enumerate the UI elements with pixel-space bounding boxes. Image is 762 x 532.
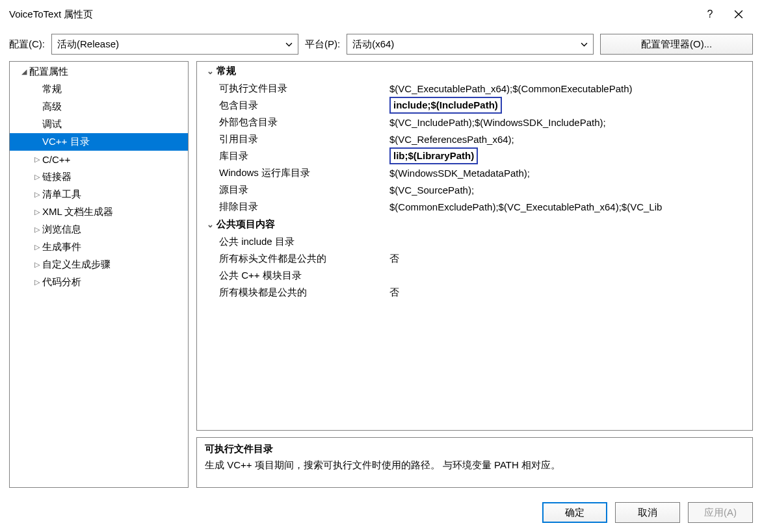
tree-item-label: 自定义生成步骤 [42, 259, 111, 271]
tree-root[interactable]: ◢ 配置属性 [10, 63, 188, 81]
section-header-general[interactable]: ⌄ 常规 [197, 62, 752, 80]
config-manager-button[interactable]: 配置管理器(O)... [600, 34, 753, 55]
arrow-icon: ▷ [32, 190, 42, 199]
property-name: 公共 include 目录 [197, 236, 389, 248]
chevron-down-icon: ⌄ [204, 66, 217, 76]
property-name: 可执行文件目录 [197, 82, 389, 95]
description-text: 生成 VC++ 项目期间，搜索可执行文件时使用的路径。 与环境变量 PATH 相… [205, 459, 744, 472]
property-name: 排除目录 [197, 201, 389, 213]
arrow-icon: ▷ [32, 155, 42, 164]
top-toolbar: 配置(C): 活动(Release) 平台(P): 活动(x64) 配置管理器(… [0, 29, 762, 61]
chevron-down-icon [581, 39, 588, 50]
tree-item-label: 浏览信息 [42, 223, 81, 236]
config-combo[interactable]: 活动(Release) [51, 34, 298, 55]
property-row[interactable]: 引用目录$(VC_ReferencesPath_x64); [197, 131, 752, 147]
property-name: 外部包含目录 [197, 116, 389, 129]
property-value[interactable]: 否 [389, 253, 752, 265]
tree-item[interactable]: ▷C/C++ [10, 151, 188, 168]
tree-item[interactable]: ▷自定义生成步骤 [10, 256, 188, 273]
property-value[interactable]: $(VC_ExecutablePath_x64);$(CommonExecuta… [389, 83, 752, 94]
tree-view[interactable]: ◢ 配置属性 常规高级调试VC++ 目录▷C/C++▷链接器▷清单工具▷XML … [9, 61, 189, 488]
arrow-icon: ▷ [32, 208, 42, 216]
tree-item-label: 链接器 [42, 171, 72, 183]
property-row[interactable]: 所有标头文件都是公共的否 [197, 250, 752, 267]
arrow-expanded-icon: ◢ [19, 68, 29, 76]
platform-value: 活动(x64) [352, 38, 394, 51]
tree-item[interactable]: 调试 [10, 116, 188, 133]
property-row[interactable]: 所有模块都是公共的否 [197, 284, 752, 301]
property-value[interactable]: $(VC_IncludePath);$(WindowsSDK_IncludePa… [389, 117, 752, 128]
property-value[interactable]: $(WindowsSDK_MetadataPath); [389, 168, 752, 179]
tree-item[interactable]: ▷生成事件 [10, 238, 188, 256]
tree-item-label: C/C++ [42, 154, 70, 165]
tree-item[interactable]: 常规 [10, 81, 188, 98]
highlighted-value: include;$(IncludePath) [389, 97, 502, 114]
tree-item[interactable]: ▷浏览信息 [10, 221, 188, 238]
property-name: 所有标头文件都是公共的 [197, 253, 389, 265]
property-row[interactable]: 公共 C++ 模块目录 [197, 267, 752, 284]
section-title: 常规 [217, 65, 236, 77]
tree-item[interactable]: VC++ 目录 [10, 133, 188, 151]
property-value[interactable]: $(VC_ReferencesPath_x64); [389, 134, 752, 145]
platform-combo[interactable]: 活动(x64) [347, 34, 594, 55]
tree-item-label: 代码分析 [42, 276, 81, 288]
description-panel: 可执行文件目录 生成 VC++ 项目期间，搜索可执行文件时使用的路径。 与环境变… [196, 437, 753, 488]
window-title: VoiceToText 属性页 [9, 8, 696, 21]
tree-item-label: 高级 [42, 101, 62, 113]
right-column: ⌄ 常规 可执行文件目录$(VC_ExecutablePath_x64);$(C… [196, 61, 753, 488]
tree-item[interactable]: ▷XML 文档生成器 [10, 203, 188, 221]
property-name: 源目录 [197, 184, 389, 196]
tree-item[interactable]: ▷代码分析 [10, 273, 188, 291]
tree-item-label: 常规 [42, 83, 62, 95]
property-row[interactable]: 排除目录$(CommonExcludePath);$(VC_Executable… [197, 198, 752, 215]
property-name: 所有模块都是公共的 [197, 286, 389, 299]
arrow-icon: ▷ [32, 260, 42, 269]
ok-button[interactable]: 确定 [542, 502, 607, 523]
property-name: Windows 运行库目录 [197, 167, 389, 179]
help-icon[interactable]: ? [696, 1, 724, 27]
tree-item[interactable]: 高级 [10, 98, 188, 116]
property-row[interactable]: 外部包含目录$(VC_IncludePath);$(WindowsSDK_Inc… [197, 114, 752, 131]
chevron-down-icon [285, 39, 293, 50]
tree-item-label: XML 文档生成器 [42, 206, 113, 218]
property-value[interactable]: $(VC_SourcePath); [389, 184, 752, 196]
apply-button[interactable]: 应用(A) [688, 502, 753, 523]
tree-item[interactable]: ▷链接器 [10, 168, 188, 186]
tree-item-label: 调试 [42, 118, 62, 131]
tree-item[interactable]: ▷清单工具 [10, 186, 188, 203]
close-icon[interactable] [724, 1, 753, 27]
property-name: 库目录 [197, 150, 389, 162]
property-value[interactable]: 否 [389, 286, 752, 299]
property-value[interactable]: lib;$(LibraryPath) [389, 147, 752, 164]
tree-item-label: VC++ 目录 [42, 136, 90, 148]
arrow-icon: ▷ [32, 243, 42, 251]
chevron-down-icon: ⌄ [204, 220, 217, 229]
tree-root-label: 配置属性 [29, 66, 68, 78]
property-row[interactable]: 源目录$(VC_SourcePath); [197, 181, 752, 198]
platform-label: 平台(P): [305, 38, 340, 51]
body: ◢ 配置属性 常规高级调试VC++ 目录▷C/C++▷链接器▷清单工具▷XML … [0, 61, 762, 496]
tree-item-label: 生成事件 [42, 241, 81, 253]
section-title: 公共项目内容 [217, 218, 275, 231]
section-header-public[interactable]: ⌄ 公共项目内容 [197, 215, 752, 233]
property-row[interactable]: Windows 运行库目录$(WindowsSDK_MetadataPath); [197, 164, 752, 181]
property-pages-dialog: VoiceToText 属性页 ? 配置(C): 活动(Release) 平台(… [0, 0, 762, 532]
config-value: 活动(Release) [57, 38, 119, 51]
highlighted-value: lib;$(LibraryPath) [389, 147, 478, 164]
arrow-icon: ▷ [32, 173, 42, 181]
arrow-icon: ▷ [32, 225, 42, 234]
cancel-button[interactable]: 取消 [615, 502, 680, 523]
property-name: 引用目录 [197, 133, 389, 146]
description-title: 可执行文件目录 [205, 443, 744, 455]
property-row[interactable]: 库目录lib;$(LibraryPath) [197, 147, 752, 164]
property-row[interactable]: 可执行文件目录$(VC_ExecutablePath_x64);$(Common… [197, 80, 752, 97]
property-value[interactable]: $(CommonExcludePath);$(VC_ExecutablePath… [389, 201, 752, 212]
property-value[interactable]: include;$(IncludePath) [389, 97, 752, 114]
property-row[interactable]: 公共 include 目录 [197, 233, 752, 250]
property-grid[interactable]: ⌄ 常规 可执行文件目录$(VC_ExecutablePath_x64);$(C… [196, 61, 753, 431]
dialog-buttons: 确定 取消 应用(A) [0, 496, 762, 532]
arrow-icon: ▷ [32, 278, 42, 286]
property-name: 包含目录 [197, 99, 389, 112]
tree-item-label: 清单工具 [42, 188, 81, 201]
property-row[interactable]: 包含目录include;$(IncludePath) [197, 97, 752, 114]
